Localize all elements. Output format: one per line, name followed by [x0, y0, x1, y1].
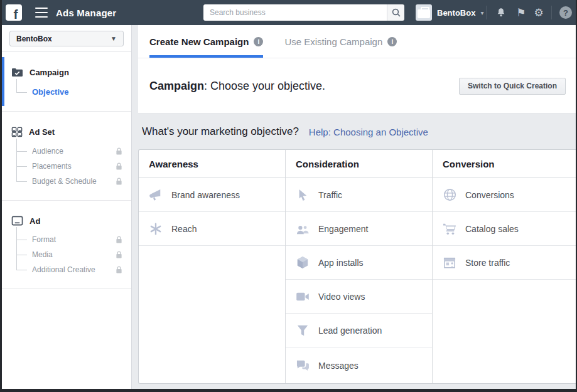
objective-lead-generation[interactable]: Lead generation [286, 314, 432, 347]
column-header: Awareness [139, 150, 285, 178]
lock-icon [116, 162, 122, 171]
bell-icon [495, 7, 507, 18]
lock-icon [116, 266, 122, 274]
objective-question: What's your marketing objective? [142, 125, 299, 138]
app-title: Ads Manager [56, 8, 116, 18]
objective-catalog-sales[interactable]: Catalog sales [433, 212, 576, 246]
video-camera-icon [296, 292, 310, 302]
toolbar-divider [551, 6, 552, 19]
tab-label: Use Existing Campaign [284, 36, 382, 47]
sidebar-section-adset: Ad Set Audience Placements [2, 112, 131, 201]
top-navigation-bar: f Ads Manager BentoBox ▾ ⚑ [2, 0, 576, 25]
objective-app-installs[interactable]: App installs [286, 246, 432, 280]
adset-subtree: Audience Placements [2, 144, 131, 189]
sidebar-account-selector[interactable]: BentoBox ▼ [9, 31, 124, 46]
megaphone-icon [149, 189, 163, 201]
column-awareness: Awareness Brand awareness Reach [139, 150, 286, 383]
funnel-icon [296, 324, 309, 337]
tree-item-label: Objective [32, 87, 69, 97]
chevron-down-icon: ▼ [111, 35, 123, 42]
objective-messages[interactable]: Messages [286, 347, 432, 383]
reach-burst-icon [149, 222, 163, 236]
globe-icon [443, 188, 456, 201]
toolbar-divider [486, 6, 487, 19]
tab-create-new-campaign[interactable]: Create New Campaign [149, 25, 263, 58]
sidebar-section-label: Ad [30, 216, 40, 226]
objective-label: Brand awareness [171, 190, 240, 200]
campaign-setup-card: Create New Campaign Use Existing Campaig… [138, 25, 576, 114]
objective-video-views[interactable]: Video views [286, 280, 432, 314]
column-header: Conversion [433, 150, 576, 178]
info-icon[interactable] [387, 37, 397, 46]
info-icon[interactable] [254, 37, 263, 46]
search-icon [392, 8, 401, 17]
account-name: BentoBox [437, 8, 475, 18]
notifications-bell-button[interactable] [492, 0, 510, 25]
tree-item-label: Media [32, 250, 53, 259]
chevron-down-icon: ▾ [480, 9, 483, 16]
objective-label: Traffic [318, 190, 342, 200]
tree-item-label: Budget & Schedule [32, 177, 97, 186]
objective-label: App installs [318, 258, 364, 268]
flag-button[interactable]: ⚑ [512, 0, 530, 25]
sidebar-item-campaign[interactable]: Campaign [2, 67, 131, 78]
facebook-logo-icon[interactable]: f [6, 4, 22, 21]
objective-label: Lead generation [318, 326, 382, 336]
search-button[interactable] [387, 4, 404, 21]
sidebar-item-ad[interactable]: Ad [2, 216, 131, 226]
empty-cell [139, 246, 285, 383]
storefront-icon [443, 257, 456, 269]
objective-traffic[interactable]: Traffic [286, 178, 432, 212]
objective-reach[interactable]: Reach [139, 212, 285, 246]
tab-label: Create New Campaign [149, 36, 249, 47]
sidebar-item-budget-schedule[interactable]: Budget & Schedule [2, 174, 131, 189]
campaign-tabs: Create New Campaign Use Existing Campaig… [138, 25, 576, 58]
objective-label: Reach [171, 224, 197, 234]
cursor-icon [297, 189, 308, 201]
sidebar-item-media[interactable]: Media [2, 247, 131, 262]
help-choosing-objective-link[interactable]: Help: Choosing an Objective [309, 127, 428, 137]
settings-button[interactable]: ⚙ [530, 0, 547, 25]
objective-label: Video views [318, 292, 365, 302]
objective-engagement[interactable]: Engagement [286, 212, 432, 246]
switch-to-quick-creation-button[interactable]: Switch to Quick Creation [459, 78, 566, 95]
tree-item-label: Additional Creative [32, 265, 95, 274]
flag-icon: ⚑ [516, 8, 526, 18]
objective-store-traffic[interactable]: Store traffic [433, 246, 576, 280]
page-title: Campaign: Choose your objective. [149, 80, 325, 93]
tab-use-existing-campaign[interactable]: Use Existing Campaign [284, 25, 397, 58]
objectives-table: Awareness Brand awareness Reach [138, 149, 576, 384]
sidebar-item-additional-creative[interactable]: Additional Creative [2, 262, 131, 277]
objective-label: Conversions [465, 190, 514, 200]
sidebar-section-campaign: Campaign Objective [2, 52, 131, 112]
sidebar-item-adset[interactable]: Ad Set [2, 127, 131, 137]
help-button[interactable]: ? [557, 0, 574, 25]
sidebar-item-placements[interactable]: Placements [2, 159, 131, 174]
selected-account-label: BentoBox [10, 34, 52, 43]
account-switcher[interactable]: BentoBox ▾ [416, 4, 483, 21]
cart-icon [443, 223, 456, 235]
page-title-rest: : Choose your objective. [204, 80, 325, 92]
tree-item-label: Format [32, 235, 56, 244]
cube-icon [296, 256, 309, 269]
search-bar [203, 4, 404, 21]
lock-icon [116, 147, 122, 156]
ads-manager-window: f Ads Manager BentoBox ▾ ⚑ [0, 0, 577, 392]
search-input[interactable] [203, 4, 387, 21]
business-avatar [416, 4, 432, 21]
question-mark-icon: ? [559, 6, 572, 19]
objective-conversions[interactable]: Conversions [433, 178, 576, 212]
column-consideration: Consideration Traffic Engagement [286, 150, 433, 383]
column-header: Consideration [286, 150, 432, 178]
objective-brand-awareness[interactable]: Brand awareness [139, 178, 285, 212]
objective-label: Engagement [318, 224, 368, 234]
hamburger-menu-icon[interactable] [35, 8, 48, 18]
sidebar-item-audience[interactable]: Audience [2, 144, 131, 159]
people-icon [296, 223, 310, 235]
sidebar-item-objective[interactable]: Objective [2, 84, 131, 100]
ad-card-icon [11, 216, 23, 226]
column-conversion: Conversion Conversions [433, 150, 576, 383]
page-title-bold: Campaign [149, 80, 204, 92]
sidebar-section-label: Ad Set [29, 127, 55, 137]
sidebar-item-format[interactable]: Format [2, 232, 131, 247]
